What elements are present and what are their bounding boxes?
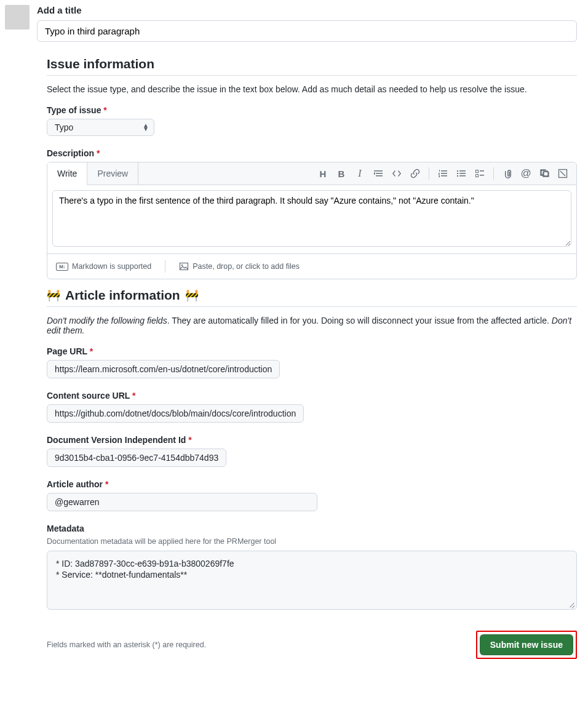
- page-url-label: Page URL *: [47, 346, 577, 356]
- construction-icon: 🚧: [185, 289, 199, 302]
- cross-reference-icon[interactable]: [539, 169, 549, 178]
- unordered-list-icon[interactable]: [456, 169, 466, 178]
- diff-icon[interactable]: [558, 169, 568, 178]
- issue-info-heading: Issue information: [47, 57, 577, 76]
- type-of-issue-label: Type of issue *: [47, 105, 577, 115]
- content-source-url-input[interactable]: https://github.com/dotnet/docs/blob/main…: [47, 404, 304, 423]
- svg-rect-1: [180, 263, 188, 270]
- issue-info-description: Select the issue type, and describe the …: [47, 84, 577, 94]
- svg-point-2: [181, 265, 183, 266]
- toolbar-separator: [493, 167, 494, 180]
- doc-version-id-label: Document Version Independent Id *: [47, 435, 577, 445]
- attach-icon[interactable]: [503, 169, 512, 178]
- quote-icon[interactable]: [373, 169, 383, 178]
- submit-highlight: Submit new issue: [476, 631, 577, 659]
- task-list-icon[interactable]: [475, 169, 485, 178]
- description-textarea[interactable]: [52, 190, 571, 247]
- image-icon: [179, 261, 189, 271]
- metadata-textarea[interactable]: * ID: 3ad87897-30cc-e639-b91a-b3800269f7…: [47, 551, 577, 610]
- italic-icon[interactable]: I: [355, 169, 365, 178]
- link-icon[interactable]: [410, 169, 420, 178]
- article-author-label: Article author *: [47, 479, 577, 489]
- description-editor: Write Preview H B I: [47, 162, 577, 279]
- mention-icon[interactable]: @: [521, 169, 531, 178]
- markdown-icon: M↓: [56, 263, 68, 271]
- bold-icon[interactable]: B: [336, 169, 346, 178]
- description-label: Description *: [47, 148, 577, 158]
- tab-write[interactable]: Write: [47, 162, 87, 185]
- avatar: [5, 5, 30, 30]
- content-source-url-label: Content source URL *: [47, 391, 577, 401]
- footer-separator: [165, 260, 165, 273]
- article-author-input[interactable]: @gewarren: [47, 493, 317, 511]
- code-icon[interactable]: [392, 169, 402, 178]
- markdown-supported-link[interactable]: M↓ Markdown is supported: [56, 262, 151, 271]
- chevron-updown-icon: ▲▼: [143, 124, 149, 131]
- article-info-warning: Don't modify the following fields. They …: [47, 316, 577, 335]
- article-info-heading: 🚧 Article information 🚧: [47, 288, 577, 307]
- submit-new-issue-button[interactable]: Submit new issue: [480, 634, 573, 655]
- type-of-issue-select[interactable]: Typo ▲▼: [47, 119, 154, 136]
- title-input[interactable]: [37, 20, 577, 42]
- heading-icon[interactable]: H: [318, 169, 328, 178]
- resize-handle-icon[interactable]: [569, 602, 575, 608]
- attach-files-link[interactable]: Paste, drop, or click to add files: [179, 261, 300, 271]
- ordered-list-icon[interactable]: [438, 169, 448, 178]
- metadata-label: Metadata: [47, 524, 577, 533]
- doc-version-id-input[interactable]: 9d3015b4-cba1-0956-9ec7-4154dbb74d93: [47, 449, 226, 467]
- toolbar-separator: [429, 167, 429, 180]
- type-of-issue-value: Typo: [55, 122, 73, 132]
- construction-icon: 🚧: [47, 289, 60, 302]
- metadata-sublabel: Documentation metadata will be applied h…: [47, 537, 577, 546]
- required-fields-note: Fields marked with an asterisk (*) are r…: [47, 640, 206, 649]
- tab-preview[interactable]: Preview: [87, 162, 138, 185]
- page-url-input[interactable]: https://learn.microsoft.com/en-us/dotnet…: [47, 360, 280, 378]
- title-label: Add a title: [37, 5, 577, 15]
